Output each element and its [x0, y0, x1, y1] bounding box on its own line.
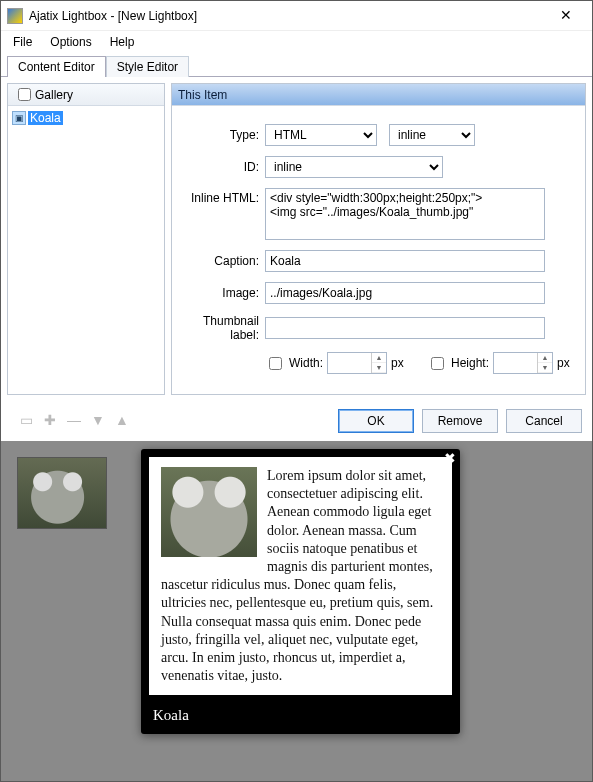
item-panel: This Item Type: HTML inline ID: inline: [171, 83, 586, 395]
lightbox-caption: Koala: [141, 703, 460, 734]
inline-html-textarea[interactable]: <div style="width:300px;height:250px;"> …: [265, 188, 545, 240]
width-checkbox[interactable]: [269, 357, 282, 370]
label-thumbnail: Thumbnail label:: [180, 314, 265, 342]
label-px: px: [391, 356, 404, 370]
lightbox-preview: ✖ Lorem ipsum dolor sit amet, consectetu…: [141, 449, 460, 734]
type-select[interactable]: HTML: [265, 124, 377, 146]
caret-down-icon[interactable]: ▼: [538, 363, 552, 373]
tab-content-editor[interactable]: Content Editor: [7, 56, 106, 77]
tab-style-editor[interactable]: Style Editor: [106, 56, 189, 77]
gallery-panel: Gallery ▣ Koala: [7, 83, 165, 395]
tree-node[interactable]: ▣ Koala: [10, 110, 162, 126]
gallery-checkbox[interactable]: [18, 88, 31, 101]
koala-image: [161, 467, 257, 557]
caption-input[interactable]: [265, 250, 545, 272]
menu-help[interactable]: Help: [102, 33, 143, 51]
height-checkbox[interactable]: [431, 357, 444, 370]
minus-icon[interactable]: —: [65, 412, 83, 430]
window-close-button[interactable]: ✕: [546, 4, 586, 28]
app-icon: [7, 8, 23, 24]
item-header: This Item: [172, 84, 585, 106]
label-inline-html: Inline HTML:: [180, 188, 265, 205]
add-image-icon[interactable]: ▭: [17, 412, 35, 430]
label-type: Type:: [180, 128, 265, 142]
thumbnail-label-input[interactable]: [265, 317, 545, 339]
remove-button[interactable]: Remove: [422, 409, 498, 433]
gallery-header: Gallery: [8, 84, 164, 106]
item-form: Type: HTML inline ID: inline: [172, 106, 585, 394]
caret-up-icon[interactable]: ▲: [538, 353, 552, 363]
menu-options[interactable]: Options: [42, 33, 99, 51]
width-spinner[interactable]: ▲▼: [327, 352, 387, 374]
height-spinner[interactable]: ▲▼: [493, 352, 553, 374]
id-select[interactable]: inline: [265, 156, 443, 178]
lightbox-content: Lorem ipsum dolor sit amet, consectetuer…: [149, 457, 452, 695]
menu-file[interactable]: File: [5, 33, 40, 51]
editor-area: Gallery ▣ Koala This Item Type: HTML inl…: [1, 77, 592, 401]
menubar: File Options Help: [1, 31, 592, 53]
mini-toolbar: ▭ ✚ — ▼ ▲: [11, 412, 330, 430]
label-image: Image:: [180, 286, 265, 300]
image-icon: ▣: [12, 111, 26, 125]
editor-tabs: Content Editor Style Editor: [1, 53, 592, 77]
action-bar: ▭ ✚ — ▼ ▲ OK Remove Cancel: [1, 401, 592, 441]
label-id: ID:: [180, 160, 265, 174]
close-icon[interactable]: ✖: [444, 451, 456, 465]
label-px: px: [557, 356, 570, 370]
caret-down-icon[interactable]: ▼: [372, 363, 386, 373]
tree-node-label[interactable]: Koala: [28, 111, 63, 125]
label-caption: Caption:: [180, 254, 265, 268]
move-up-icon[interactable]: ▲: [113, 412, 131, 430]
thumbnail-image[interactable]: [17, 457, 107, 529]
window-title: Ajatix Lightbox - [New Lightbox]: [29, 9, 546, 23]
mode-select[interactable]: inline: [389, 124, 475, 146]
label-width: Width:: [289, 356, 323, 370]
titlebar: Ajatix Lightbox - [New Lightbox] ✕: [1, 1, 592, 31]
preview-area: ✖ Lorem ipsum dolor sit amet, consectetu…: [1, 441, 592, 781]
koala-thumbnail: [18, 458, 106, 528]
plus-icon[interactable]: ✚: [41, 412, 59, 430]
gallery-tree[interactable]: ▣ Koala: [8, 106, 164, 394]
gallery-label: Gallery: [35, 88, 73, 102]
label-height: Height:: [451, 356, 489, 370]
move-down-icon[interactable]: ▼: [89, 412, 107, 430]
ok-button[interactable]: OK: [338, 409, 414, 433]
cancel-button[interactable]: Cancel: [506, 409, 582, 433]
caret-up-icon[interactable]: ▲: [372, 353, 386, 363]
image-input[interactable]: [265, 282, 545, 304]
